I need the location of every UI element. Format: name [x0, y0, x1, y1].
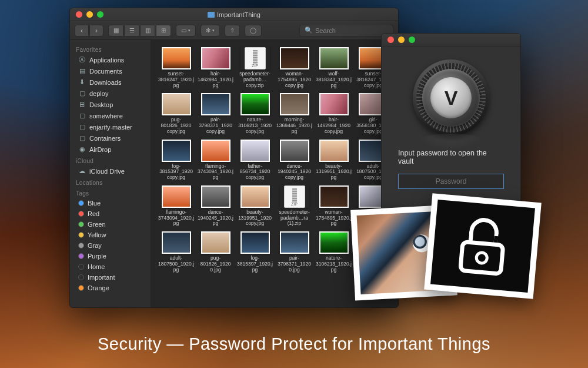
sidebar-item[interactable]: ▢enjarify-master: [70, 121, 151, 132]
search-placeholder: Search: [315, 27, 336, 34]
back-button[interactable]: ‹: [75, 25, 89, 37]
sidebar-item[interactable]: ▢somewhere: [70, 110, 151, 121]
sidebar-item[interactable]: Purple: [70, 251, 151, 261]
file-item[interactable]: sunset-3816247_1920.jpg: [158, 47, 194, 88]
file-item[interactable]: beauty-1319951_1920.jpg: [316, 140, 352, 181]
image-thumbnail: [202, 48, 229, 68]
sidebar-item[interactable]: Red: [70, 208, 151, 219]
file-item[interactable]: pair-3798371_1920 copy.jpg: [198, 93, 233, 134]
traffic-lights: [382, 37, 415, 43]
view-icon-button[interactable]: ▦: [108, 25, 123, 37]
file-item[interactable]: woman-1754895_1920 copy.jpg: [276, 47, 312, 88]
file-item[interactable]: hair-1462984_1920 copy.jpg: [316, 93, 352, 134]
finder-window: ImportantThing ‹ › ▦ ☰ ▥ ⊞ ▭ ▾ ✻ ▾ ⇧ ◯ 🔍…: [69, 8, 399, 308]
file-name: flamingo-3743094_1920.jpg: [158, 210, 194, 227]
action-button[interactable]: ✻ ▾: [201, 25, 220, 37]
file-name: woman-1754895_1920.jpg: [316, 210, 352, 227]
close-button[interactable]: [387, 37, 394, 43]
search-field[interactable]: 🔍 Search: [299, 25, 393, 37]
sidebar-item-label: Downloads: [89, 79, 121, 86]
image-thumbnail: [163, 141, 190, 161]
image-thumbnail: [163, 48, 190, 68]
file-item[interactable]: speedometer-padamb…copy.zip: [237, 47, 273, 88]
sidebar-item[interactable]: ⊞Desktop: [70, 99, 151, 110]
sidebar-item-label: somewhere: [89, 112, 123, 120]
file-item[interactable]: adult-1807500_1920.jpg: [158, 231, 194, 273]
file-item[interactable]: pug-801826_1920 0.jpg: [198, 231, 233, 273]
file-thumbnail: [280, 231, 309, 254]
sidebar-item[interactable]: ⒶApplications: [70, 54, 151, 65]
sidebar-item[interactable]: ⬇Downloads: [70, 77, 151, 88]
file-name: nature-3106213_1920 copy.jpg: [237, 117, 273, 134]
file-item[interactable]: speedometer-padamb…ra (1).zip: [276, 185, 312, 227]
file-name: dance-1940245_1920.jpg: [198, 210, 233, 227]
sidebar-item[interactable]: ◉AirDrop: [70, 144, 151, 155]
zoom-button[interactable]: [409, 37, 415, 43]
file-item[interactable]: dance-1940245_1920 copy.jpg: [276, 140, 312, 181]
sidebar-item[interactable]: Important: [70, 272, 151, 283]
sidebar-item[interactable]: Yellow: [70, 230, 151, 240]
image-thumbnail: [320, 48, 348, 68]
down-icon: ⬇: [78, 78, 86, 86]
file-item[interactable]: pair-3798371_1920 0.jpg: [276, 231, 312, 273]
arrange-button[interactable]: ▭ ▾: [176, 25, 196, 37]
tag-dot-icon: [78, 274, 84, 280]
file-name: speedometer-padamb…ra (1).zip: [276, 210, 312, 227]
sidebar-heading: Favorites: [70, 44, 151, 54]
file-name: pug-801826_1920 0.jpg: [198, 256, 233, 273]
folder-icon: ▢: [78, 112, 86, 120]
sidebar-item[interactable]: Green: [70, 219, 151, 230]
file-item[interactable]: father-656734_1920 copy.jpg: [237, 140, 273, 181]
tag-dot-icon: [78, 200, 84, 206]
file-thumbnail: [240, 140, 270, 162]
file-item[interactable]: flamingo-3743094_1920.jpg: [158, 185, 194, 227]
vault-letter: V: [445, 87, 458, 110]
password-input[interactable]: [398, 174, 504, 189]
sidebar-item[interactable]: Gray: [70, 240, 151, 251]
image-thumbnail: [202, 94, 229, 114]
sidebar-item-label: Red: [88, 210, 99, 217]
file-item[interactable]: wolf-3818343_1920.jpg: [316, 47, 352, 88]
file-thumbnail: [162, 185, 191, 208]
sidebar-item[interactable]: ☁iCloud Drive: [70, 165, 151, 177]
file-item[interactable]: morning-1369446_1920.jpg: [276, 93, 312, 134]
file-item[interactable]: beauty-1319951_1920 copy.jpg: [237, 185, 273, 227]
sidebar-item[interactable]: Blue: [70, 198, 151, 208]
file-item[interactable]: nature-3106213_1920.jpg: [316, 231, 352, 273]
file-name: fog-3815397_1920 copy.jpg: [158, 164, 194, 181]
window-title: ImportantThing: [70, 11, 398, 18]
sidebar-item[interactable]: Home: [70, 261, 151, 272]
file-thumbnail: [280, 140, 309, 162]
view-gallery-button[interactable]: ⊞: [156, 25, 171, 37]
sidebar-item-label: Blue: [88, 200, 101, 207]
view-column-button[interactable]: ▥: [140, 25, 155, 37]
sidebar-item-label: Applications: [89, 57, 124, 64]
file-name: hair-1462984_1920 copy.jpg: [316, 117, 352, 134]
sidebar-item[interactable]: ▢deploy: [70, 88, 151, 99]
file-item[interactable]: hair-1462984_1920.jpg: [198, 47, 233, 88]
sidebar-item[interactable]: ▤Documents: [70, 65, 151, 77]
file-thumbnail: [319, 231, 349, 254]
image-thumbnail: [281, 141, 308, 161]
minimize-button[interactable]: [398, 37, 405, 43]
file-item[interactable]: nature-3106213_1920 copy.jpg: [237, 93, 273, 134]
tags-button[interactable]: ◯: [245, 25, 262, 37]
view-mode-segment: ▦ ☰ ▥ ⊞: [108, 25, 171, 37]
file-item[interactable]: flamingo-3743094_1920.jpg: [198, 140, 233, 181]
share-button[interactable]: ⇧: [225, 25, 240, 37]
file-item[interactable]: fog-3815397_1920 copy.jpg: [158, 140, 194, 181]
file-name: nature-3106213_1920.jpg: [316, 256, 352, 273]
image-thumbnail: [320, 187, 348, 207]
file-name: wolf-3818343_1920.jpg: [316, 71, 352, 88]
sidebar-item[interactable]: Orange: [70, 283, 151, 293]
doc-icon: ▤: [78, 67, 86, 75]
view-list-button[interactable]: ☰: [124, 25, 139, 37]
file-item[interactable]: dance-1940245_1920.jpg: [198, 185, 233, 227]
forward-button[interactable]: ›: [89, 25, 103, 37]
lock-icon: [456, 216, 510, 277]
file-item[interactable]: fog-3815397_1920.jpg: [237, 231, 273, 273]
file-item[interactable]: woman-1754895_1920.jpg: [316, 185, 352, 227]
file-item[interactable]: pug-801826_1920 copy.jpg: [158, 93, 194, 134]
file-name: pug-801826_1920 copy.jpg: [158, 117, 194, 134]
sidebar-item[interactable]: ▢Containers: [70, 132, 151, 144]
